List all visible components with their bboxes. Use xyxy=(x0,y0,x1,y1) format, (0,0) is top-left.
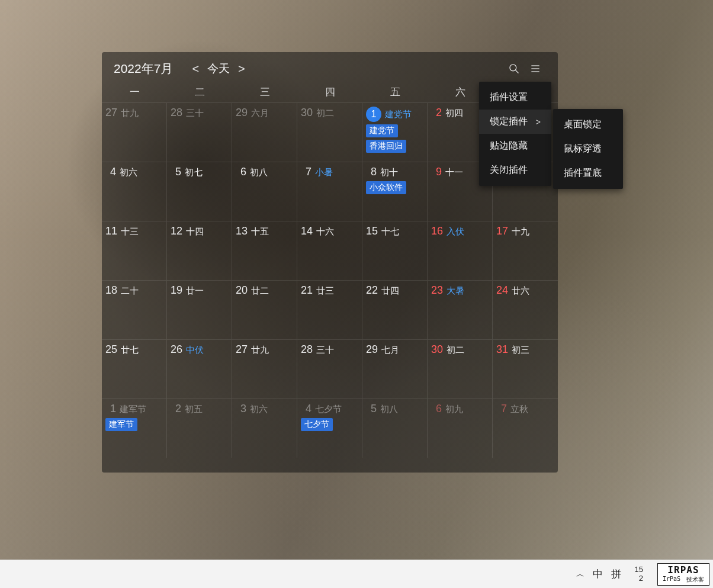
lunar-label: 十九 xyxy=(512,226,529,237)
calendar-cell[interactable]: 5初八 xyxy=(362,399,428,458)
day-number: 24 xyxy=(496,284,508,297)
context-menu[interactable]: 插件设置锁定插件>贴边隐藏关闭插件 xyxy=(479,82,551,186)
menu-item[interactable]: 关闭插件 xyxy=(479,158,551,182)
tray-overflow-icon[interactable]: ︿ xyxy=(576,569,584,580)
calendar-cell[interactable]: 22廿四 xyxy=(362,280,428,339)
event-pill[interactable]: 小众软件 xyxy=(366,181,406,194)
menu-icon[interactable] xyxy=(525,60,546,77)
event-pill[interactable]: 七夕节 xyxy=(301,418,333,431)
calendar-cell[interactable]: 6初八 xyxy=(232,162,297,221)
calendar-cell[interactable]: 15十七 xyxy=(362,221,428,280)
calendar-cell[interactable]: 30初二 xyxy=(297,102,362,162)
calendar-cell[interactable]: 27廿九 xyxy=(232,339,297,399)
day-number: 23 xyxy=(431,284,443,297)
calendar-cell[interactable]: 4初六 xyxy=(102,162,167,221)
calendar-cell[interactable]: 11十三 xyxy=(102,221,167,280)
event-pill[interactable]: 建军节 xyxy=(105,418,137,431)
day-number: 28 xyxy=(301,343,313,356)
menu-item-label: 插件设置 xyxy=(490,91,528,104)
calendar-cell[interactable]: 17十九 xyxy=(493,221,558,280)
system-tray[interactable]: ︿ 中 拼 15 2 IRPAS IrPaS 技术客 xyxy=(576,563,709,586)
brand-sub-right: 技术客 xyxy=(686,576,704,584)
search-icon[interactable] xyxy=(503,60,525,77)
calendar-cell[interactable]: 8初十小众软件 xyxy=(362,162,428,221)
calendar-cell[interactable]: 20廿二 xyxy=(232,280,297,339)
today-button[interactable]: 今天 xyxy=(205,61,232,76)
brand-title: IRPAS xyxy=(667,564,699,576)
calendar-cell[interactable]: 5初七 xyxy=(167,162,232,221)
calendar-cell[interactable]: 21廿三 xyxy=(297,280,362,339)
menu-item[interactable]: 贴边隐藏 xyxy=(479,134,551,158)
calendar-cell[interactable]: 13十五 xyxy=(232,221,297,280)
day-number: 2 xyxy=(171,403,181,416)
day-number: 4 xyxy=(301,403,311,416)
menu-item[interactable]: 锁定插件> xyxy=(479,110,551,134)
day-number: 2 xyxy=(431,107,442,120)
calendar-cell[interactable]: 27廿九 xyxy=(102,102,167,162)
calendar-cell[interactable]: 28三十 xyxy=(297,339,362,399)
lunar-label: 十一 xyxy=(445,167,463,178)
lunar-label: 初六 xyxy=(250,404,268,415)
menu-item[interactable]: 鼠标穿透 xyxy=(553,137,623,161)
day-number: 8 xyxy=(366,166,377,179)
lunar-label: 建党节 xyxy=(385,109,412,120)
ime-indicator[interactable]: 中 xyxy=(593,567,603,581)
calendar-cell[interactable]: 28三十 xyxy=(167,102,232,162)
weekday-header: 三 xyxy=(232,85,297,99)
day-number: 12 xyxy=(171,225,182,238)
calendar-cell[interactable]: 12十四 xyxy=(167,221,232,280)
calendar-cell[interactable]: 14十六 xyxy=(297,221,362,280)
taskbar[interactable]: ︿ 中 拼 15 2 IRPAS IrPaS 技术客 xyxy=(0,560,713,588)
calendar-cell[interactable]: 16入伏 xyxy=(428,221,493,280)
day-number: 18 xyxy=(105,284,117,297)
taskbar-clock[interactable]: 15 2 xyxy=(634,565,643,583)
calendar-cell[interactable]: 7立秋 xyxy=(493,399,558,458)
lunar-label: 小暑 xyxy=(315,167,333,178)
next-month-button[interactable]: > xyxy=(232,62,251,76)
menu-item[interactable]: 插件设置 xyxy=(479,85,551,110)
calendar-cell[interactable]: 4七夕节七夕节 xyxy=(297,399,362,458)
lunar-label: 廿七 xyxy=(121,345,139,355)
calendar-cell[interactable]: 2初五 xyxy=(167,399,232,458)
weekday-header: 一 xyxy=(102,85,167,99)
event-pill[interactable]: 香港回归 xyxy=(366,140,406,153)
lunar-label: 初八 xyxy=(380,404,398,415)
calendar-cell[interactable]: 1建党节建党节香港回归 xyxy=(362,102,428,162)
day-number: 29 xyxy=(236,107,248,120)
clock-date: 2 xyxy=(634,574,643,583)
calendar-cell[interactable]: 25廿七 xyxy=(102,339,167,399)
day-number: 30 xyxy=(301,107,313,120)
calendar-cell[interactable]: 23大暑 xyxy=(428,280,493,339)
clock-time: 15 xyxy=(634,565,643,574)
calendar-cell[interactable]: 18二十 xyxy=(102,280,167,339)
day-number: 9 xyxy=(431,166,442,179)
calendar-cell[interactable]: 26中伏 xyxy=(167,339,232,399)
calendar-cell[interactable]: 19廿一 xyxy=(167,280,232,339)
lunar-label: 七月 xyxy=(381,345,399,355)
lunar-label: 初六 xyxy=(120,167,137,178)
event-pill[interactable]: 建党节 xyxy=(366,124,398,137)
day-number: 4 xyxy=(105,166,116,179)
day-number: 25 xyxy=(105,343,117,356)
calendar-cell[interactable]: 6初九 xyxy=(428,399,493,458)
calendar-cell[interactable]: 7小暑 xyxy=(297,162,362,221)
month-title: 2022年7月 xyxy=(114,60,173,77)
calendar-cell[interactable]: 1建军节建军节 xyxy=(102,399,167,458)
calendar-cell[interactable]: 29六月 xyxy=(232,102,297,162)
ime-mode[interactable]: 拼 xyxy=(611,567,621,581)
calendar-cell[interactable]: 30初二 xyxy=(428,339,493,399)
context-submenu[interactable]: 桌面锁定鼠标穿透插件置底 xyxy=(553,109,623,189)
menu-item[interactable]: 插件置底 xyxy=(553,161,623,185)
day-number: 3 xyxy=(236,403,246,416)
weekday-header: 四 xyxy=(297,85,362,99)
prev-month-button[interactable]: < xyxy=(186,62,205,76)
day-number: 27 xyxy=(105,107,117,120)
lunar-label: 大暑 xyxy=(447,285,464,296)
day-number: 5 xyxy=(171,166,181,179)
calendar-cell[interactable]: 29七月 xyxy=(362,339,428,399)
calendar-cell[interactable]: 24廿六 xyxy=(493,280,558,339)
menu-item[interactable]: 桌面锁定 xyxy=(553,113,623,137)
calendar-cell[interactable]: 31初三 xyxy=(493,339,558,399)
day-number: 27 xyxy=(236,343,248,356)
calendar-cell[interactable]: 3初六 xyxy=(232,399,297,458)
